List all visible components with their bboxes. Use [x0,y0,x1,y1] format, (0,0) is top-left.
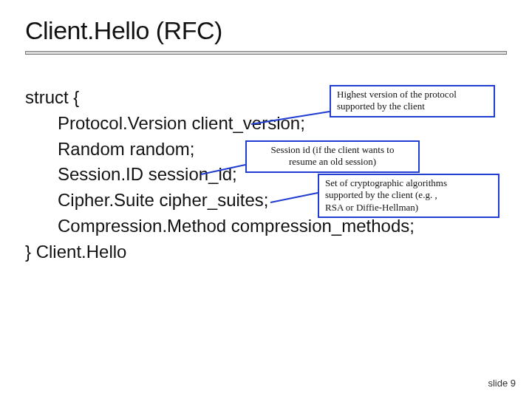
callout-text: resume an old session) [253,156,412,168]
title-rule [25,51,507,55]
callout-text: supported by the client [337,100,488,112]
page-title: Client.Hello (RFC) [0,16,532,45]
callout-session-id: Session id (if the client wants to resum… [245,140,420,173]
slide: Client.Hello (RFC) struct { Protocol.Ver… [0,0,532,399]
title-rule-wrap [0,51,532,55]
callout-cipher-suites: Set of cryptographic algorithms supporte… [318,174,499,218]
callout-text: supported by the client (e.g. , [325,189,492,201]
callout-text: Highest version of the protocol [337,89,488,100]
slide-number: slide 9 [488,378,516,389]
callout-text: Set of cryptographic algorithms [325,177,492,189]
callout-text: Session id (if the client wants to [253,144,412,156]
callout-protocol-version: Highest version of the protocol supporte… [330,85,495,117]
callout-text: RSA or Diffie-Hellman) [325,202,492,214]
code-line-7: } Client.Hello [25,239,415,265]
